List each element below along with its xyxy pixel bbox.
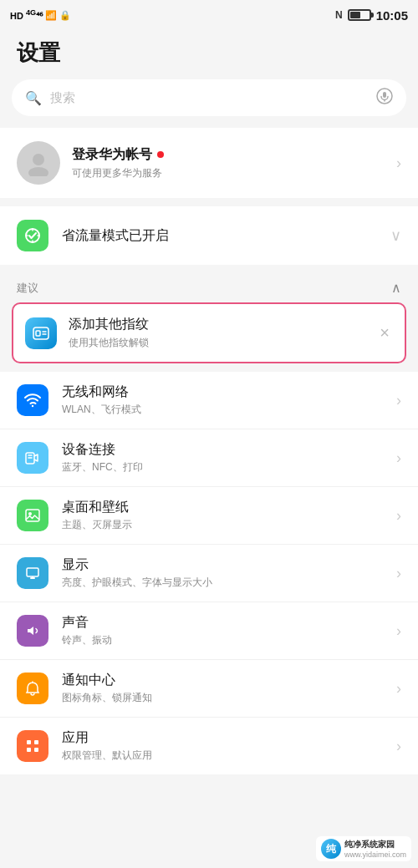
account-row[interactable]: 登录华为帐号 可使用更多华为服务 ›	[0, 128, 418, 198]
data-saver-title: 省流量模式已开启	[62, 227, 390, 245]
wifi-status-icon: 📶	[45, 10, 57, 21]
nfc-icon: N	[335, 9, 343, 21]
svg-rect-14	[26, 510, 39, 521]
suggestion-title: 添加其他指纹	[69, 316, 376, 333]
search-icon: 🔍	[25, 90, 42, 106]
wireless-subtitle: WLAN、飞行模式	[62, 403, 396, 417]
notification-dot	[157, 151, 164, 158]
data-saver-row[interactable]: 省流量模式已开启 ∨	[0, 206, 418, 265]
svg-rect-7	[36, 331, 40, 336]
settings-item-notification[interactable]: 通知中心 图标角标、锁屏通知 ›	[0, 660, 418, 718]
svg-rect-16	[27, 568, 38, 576]
sound-text: 声音 铃声、振动	[62, 614, 396, 647]
settings-list: 无线和网络 WLAN、飞行模式 › 设备连接 蓝牙、NFC、打印 ›	[0, 372, 418, 774]
sound-subtitle: 铃声、振动	[62, 633, 396, 647]
chevron-right-icon: ›	[396, 507, 401, 525]
chevron-right-icon: ›	[396, 449, 401, 467]
wallpaper-icon	[17, 500, 48, 531]
chevron-right-icon: ›	[396, 392, 401, 409]
settings-item-wireless[interactable]: 无线和网络 WLAN、飞行模式 ›	[0, 372, 418, 429]
settings-item-display[interactable]: 显示 亮度、护眼模式、字体与显示大小 ›	[0, 545, 418, 602]
svg-point-15	[28, 512, 32, 515]
svg-point-4	[28, 167, 48, 176]
apps-title: 应用	[62, 729, 396, 747]
svg-rect-24	[34, 748, 38, 752]
avatar	[17, 141, 60, 185]
battery-icon	[348, 9, 371, 21]
wallpaper-subtitle: 主题、灭屏显示	[62, 518, 396, 532]
notification-icon	[17, 673, 48, 704]
watermark-text: 纯净系统家园 www.yidaimei.com	[344, 839, 406, 859]
svg-point-3	[33, 154, 44, 165]
wireless-icon	[17, 384, 48, 416]
account-name: 登录华为帐号	[72, 146, 396, 164]
status-bar: HD 4G️⁴⁶ 📶 🔒 N 10:05	[0, 0, 418, 30]
suggestion-text: 添加其他指纹 使用其他指纹解锁	[69, 316, 376, 350]
chevron-right-icon: ›	[396, 680, 401, 698]
svg-rect-1	[383, 92, 386, 98]
chevron-down-icon: ∨	[390, 226, 401, 245]
time-display: 10:05	[376, 8, 408, 23]
suggestion-card[interactable]: 添加其他指纹 使用其他指纹解锁 ×	[12, 302, 406, 363]
search-bar[interactable]: 🔍 搜索	[12, 79, 406, 116]
fingerprint-icon	[25, 317, 57, 349]
display-icon	[17, 557, 48, 589]
section-label: 建议 ∧	[0, 273, 418, 302]
settings-item-apps[interactable]: 应用 权限管理、默认应用 ›	[0, 718, 418, 774]
chevron-right-icon: ›	[396, 622, 401, 640]
chevron-right-icon: ›	[396, 155, 401, 172]
notification-subtitle: 图标角标、锁屏通知	[62, 691, 396, 705]
search-placeholder: 搜索	[50, 90, 368, 106]
svg-rect-21	[27, 740, 31, 744]
notification-title: 通知中心	[62, 672, 396, 689]
wireless-title: 无线和网络	[62, 383, 396, 401]
lock-icon: 🔒	[59, 10, 71, 21]
wireless-text: 无线和网络 WLAN、飞行模式	[62, 383, 396, 417]
svg-rect-22	[34, 740, 38, 744]
account-text: 登录华为帐号 可使用更多华为服务	[72, 146, 396, 180]
settings-item-device[interactable]: 设备连接 蓝牙、NFC、打印 ›	[0, 429, 418, 487]
notification-text: 通知中心 图标角标、锁屏通知	[62, 672, 396, 705]
display-text: 显示 亮度、护眼模式、字体与显示大小	[62, 556, 396, 590]
wallpaper-text: 桌面和壁纸 主题、灭屏显示	[62, 499, 396, 532]
svg-point-10	[32, 405, 33, 407]
svg-rect-23	[27, 748, 31, 752]
wallpaper-title: 桌面和壁纸	[62, 499, 396, 516]
sound-icon	[17, 615, 48, 647]
apps-icon	[17, 730, 48, 762]
device-title: 设备连接	[62, 441, 396, 459]
device-text: 设备连接 蓝牙、NFC、打印	[62, 441, 396, 475]
chevron-right-icon: ›	[396, 738, 401, 755]
display-subtitle: 亮度、护眼模式、字体与显示大小	[62, 576, 396, 590]
status-left: HD 4G️⁴⁶ 📶 🔒	[10, 8, 71, 22]
device-subtitle: 蓝牙、NFC、打印	[62, 460, 396, 475]
microphone-icon[interactable]	[376, 88, 393, 109]
settings-item-wallpaper[interactable]: 桌面和壁纸 主题、灭屏显示 ›	[0, 487, 418, 545]
watermark: 纯 纯净系统家园 www.yidaimei.com	[316, 836, 411, 861]
apps-text: 应用 权限管理、默认应用	[62, 729, 396, 763]
device-icon	[17, 442, 48, 474]
display-title: 显示	[62, 556, 396, 574]
account-subtitle: 可使用更多华为服务	[72, 166, 396, 180]
sound-title: 声音	[62, 614, 396, 632]
data-saver-icon	[17, 220, 48, 251]
page-title: 设置	[0, 30, 418, 79]
apps-subtitle: 权限管理、默认应用	[62, 749, 396, 763]
suggestion-subtitle: 使用其他指纹解锁	[69, 336, 376, 350]
signal-icons: HD 4G️⁴⁶	[10, 8, 43, 22]
status-right: N 10:05	[335, 8, 408, 23]
chevron-right-icon: ›	[396, 565, 401, 582]
close-button[interactable]: ×	[376, 320, 393, 346]
section-chevron-icon[interactable]: ∧	[391, 280, 401, 296]
settings-item-sound[interactable]: 声音 铃声、振动 ›	[0, 602, 418, 660]
watermark-logo: 纯	[321, 839, 341, 859]
section-label-text: 建议	[17, 281, 38, 296]
